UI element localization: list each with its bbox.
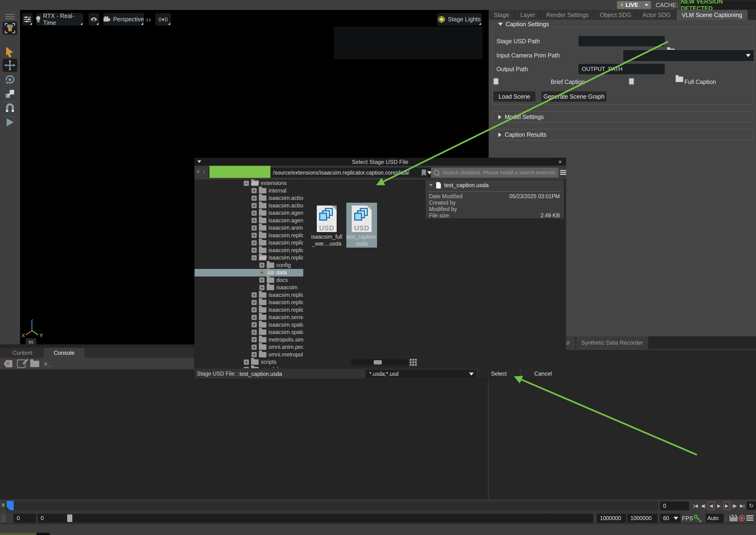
tree-item[interactable]: + isaacsim.action_a	[195, 194, 303, 202]
timeline-grip[interactable]	[1, 514, 6, 523]
tree-toggle-icon[interactable]: +	[259, 263, 264, 268]
units-button[interactable]: m	[26, 338, 37, 344]
select-tool-button[interactable]	[5, 46, 15, 58]
tab-render-settings[interactable]: Render Settings	[541, 10, 594, 20]
file-name-field[interactable]	[239, 370, 358, 378]
scrub-handle[interactable]	[67, 515, 72, 522]
clear-console-button[interactable]: ✕	[4, 360, 12, 367]
collapse-arrow-icon[interactable]	[429, 184, 433, 186]
tree-item[interactable]: + isaacsim.anim.rob	[195, 224, 303, 232]
tree-toggle-icon[interactable]: +	[252, 225, 257, 231]
tree-toggle-icon[interactable]: +	[252, 345, 257, 350]
tree-toggle-icon[interactable]: +	[252, 218, 257, 223]
tree-item[interactable]: + isaacsim.spatial.s	[195, 328, 303, 336]
file-type-filter[interactable]: *.usda;*.usd	[365, 370, 477, 378]
tree-toggle-icon[interactable]: +	[252, 233, 257, 238]
tree-toggle-icon[interactable]: +	[252, 211, 257, 216]
tree-item[interactable]: + isaacsim	[195, 284, 303, 292]
tree-toggle-icon[interactable]: −	[244, 181, 249, 186]
camera-button[interactable]: Perspective	[103, 13, 144, 26]
tree-item[interactable]: − data	[195, 269, 303, 276]
file-isaacsim-full-warehouse[interactable]: USD isaacsim_full _war....usda	[311, 203, 342, 248]
tab-vlm-scene-captioning[interactable]: VLM Scene Captioning	[677, 10, 747, 20]
file-test-caption[interactable]: USD test_caption. usda	[346, 203, 377, 248]
tree-toggle-icon[interactable]: +	[252, 196, 257, 201]
caption-settings-header[interactable]: Caption Settings	[495, 21, 552, 28]
fps-combo[interactable]: 60	[660, 514, 681, 523]
tree-toggle-icon[interactable]: +	[252, 188, 257, 193]
auto-button[interactable]: Auto	[706, 514, 724, 523]
file-grid[interactable]: USD isaacsim_full _war....usda USD test_…	[304, 180, 423, 368]
toolbar-overflow-chevrons[interactable]: ››	[145, 13, 152, 26]
renderer-button[interactable]: RTX - Real-Time	[36, 13, 83, 26]
tab-actor-sdg[interactable]: Actor SDG	[637, 10, 676, 20]
tab-stage[interactable]: Stage	[489, 10, 514, 20]
edit-log-button[interactable]	[17, 359, 26, 368]
play-button[interactable]: ▶	[716, 501, 722, 510]
tree-item[interactable]: + metropolis.simula	[195, 336, 303, 344]
tree-item[interactable]: + isaacsim.spatial.s	[195, 321, 303, 329]
tab-content[interactable]: Content	[2, 348, 43, 358]
loop-button[interactable]: ↻	[746, 501, 756, 510]
tree-toggle-icon[interactable]: +	[259, 285, 264, 290]
tree-item[interactable]: + omni.anim.people	[195, 343, 303, 351]
console-output[interactable]	[0, 369, 488, 500]
output-path-field[interactable]	[579, 64, 665, 74]
caption-results-header[interactable]: Caption Results	[498, 131, 546, 138]
tree-toggle-icon[interactable]: +	[252, 240, 257, 245]
model-settings-header[interactable]: Model Settings	[498, 114, 544, 120]
range-end-field-2[interactable]	[627, 514, 658, 523]
grid-view-icon[interactable]	[410, 359, 412, 361]
input-camera-combo[interactable]	[623, 50, 754, 62]
tree-item[interactable]: + docs	[195, 276, 303, 284]
toolbar-grip[interactable]	[6, 13, 14, 20]
tree-item[interactable]: + isaacsim.action_a	[195, 202, 303, 210]
select-button[interactable]: Select	[477, 369, 520, 379]
tree-item[interactable]: + isaacsim.sensors.	[195, 314, 303, 321]
move-tool-button[interactable]	[3, 59, 17, 72]
load-scene-button[interactable]: Load Scene	[493, 91, 535, 102]
select-mode-button[interactable]	[3, 21, 17, 35]
tree-item[interactable]: + isaacsim.replicato	[195, 299, 303, 306]
tree-toggle-icon[interactable]: −	[259, 270, 264, 275]
tree-item[interactable]: + standalone_example	[195, 366, 303, 369]
generate-scene-graph-button[interactable]: Generate Scene Graph	[541, 91, 607, 102]
range-end-field-1[interactable]	[597, 514, 626, 523]
brief-caption-checkbox[interactable]	[493, 78, 499, 85]
stage-lights-button[interactable]: Stage Lights	[437, 13, 482, 26]
timeline-ruler[interactable]	[5, 501, 658, 510]
tree-toggle-icon[interactable]: +	[252, 337, 257, 342]
tree-toggle-icon[interactable]: +	[259, 277, 264, 283]
prev-keyframe-button[interactable]: ◀|	[700, 501, 707, 510]
cancel-button[interactable]: Cancel	[520, 369, 565, 379]
auto-key-icon[interactable]	[693, 514, 701, 522]
record-button[interactable]	[739, 515, 745, 521]
skip-to-end-button[interactable]: ▶|	[739, 501, 746, 510]
current-frame-field[interactable]	[660, 501, 689, 510]
stage-usd-path-field[interactable]	[579, 36, 665, 46]
tree-toggle-icon[interactable]: −	[252, 255, 257, 260]
folder-tree[interactable]: − extensions + internal + isaacsim.actio…	[195, 180, 304, 368]
back-icon[interactable]: ‹	[197, 167, 200, 176]
tree-toggle-icon[interactable]: +	[252, 203, 257, 208]
tree-item[interactable]: + isaacsim.replicato	[195, 247, 303, 254]
tree-toggle-icon[interactable]: +	[252, 352, 257, 357]
tree-item[interactable]: + isaacsim.replicato	[195, 239, 303, 247]
clapperboard-icon[interactable]	[730, 515, 738, 521]
scale-tool-button[interactable]	[5, 89, 15, 100]
tree-toggle-icon[interactable]: +	[252, 292, 257, 297]
tree-item[interactable]: + omni.metropolis.u	[195, 351, 303, 358]
audio-button[interactable]: ((●))	[155, 13, 171, 26]
rotate-tool-button[interactable]	[5, 74, 15, 86]
range-start-field[interactable]	[14, 514, 36, 523]
dialog-title-bar[interactable]: Select Stage USD File ×	[195, 158, 566, 166]
tree-toggle-icon[interactable]: +	[252, 300, 257, 305]
tab-console[interactable]: Console	[43, 348, 85, 358]
view-options-button[interactable]	[560, 169, 566, 176]
tree-item[interactable]: + isaacsim.replicato	[195, 292, 303, 299]
play-backward-button[interactable]: ◀	[708, 501, 715, 510]
close-icon[interactable]: ×	[558, 158, 562, 166]
tree-toggle-icon[interactable]: +	[244, 359, 249, 365]
slider-handle[interactable]	[374, 360, 382, 364]
tree-item[interactable]: − isaacsim.replicato	[195, 254, 303, 262]
